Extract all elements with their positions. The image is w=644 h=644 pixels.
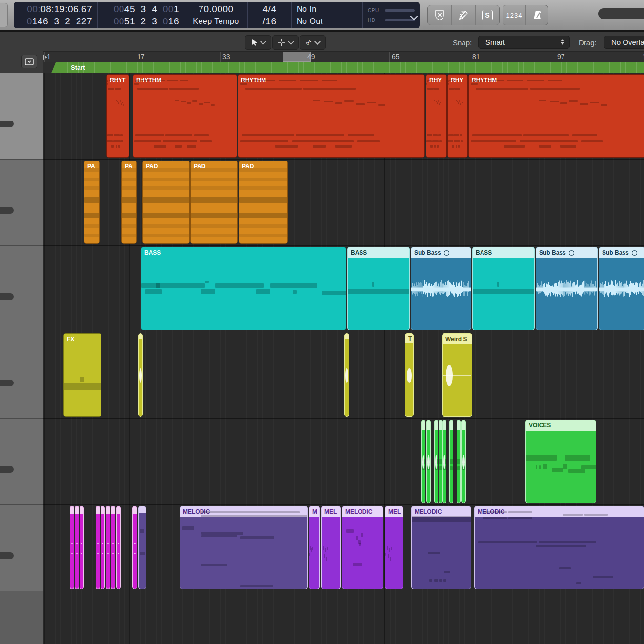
- track-color-pill: [0, 380, 14, 386]
- region-rhyt[interactable]: RHYT: [106, 74, 129, 158]
- arrangement-marker-track: Start: [43, 62, 644, 73]
- marquee-tool-menu[interactable]: [272, 35, 299, 50]
- region-sub-bass[interactable]: Sub Bass: [599, 247, 644, 330]
- drag-select[interactable]: No Overlap: [604, 36, 644, 49]
- region-weird-s[interactable]: Weird S: [442, 333, 472, 417]
- tuner-button[interactable]: [452, 5, 476, 25]
- meter-bar: [385, 19, 415, 21]
- region-sub-bass[interactable]: Sub Bass: [411, 247, 471, 330]
- region-melodic[interactable]: MELODIC: [342, 506, 383, 589]
- region-clip[interactable]: [421, 420, 425, 503]
- track-header-4[interactable]: [0, 332, 43, 419]
- waveform-blob: [407, 368, 412, 383]
- lcd-io[interactable]: No InNo Out: [292, 2, 363, 28]
- count-in-button[interactable]: 1234: [503, 5, 526, 25]
- track-header-2[interactable]: [0, 160, 43, 246]
- track-header-config-button[interactable]: [21, 55, 37, 68]
- snap-value: Smart: [485, 38, 505, 46]
- tracks-area[interactable]: RHYTRHYTHMRHYTHMRHYRHYRHYTHMPAPAPADPADPA…: [43, 73, 644, 644]
- drag-value: No Overlap: [611, 38, 644, 46]
- region-rhythm[interactable]: RHYTHM: [133, 74, 237, 158]
- lcd-tempo[interactable]: 70.0000Keep Tempo: [184, 2, 248, 28]
- region-clip[interactable]: [75, 506, 79, 589]
- region-clip[interactable]: [426, 420, 431, 503]
- region-melodic[interactable]: MELODIC: [411, 506, 471, 589]
- track-header-3[interactable]: [0, 246, 43, 332]
- snap-select[interactable]: Smart: [478, 36, 570, 49]
- updown-arrows-icon: [561, 39, 564, 45]
- lcd-position[interactable]: 00:08:19:06.670146 3 2 227: [14, 2, 98, 28]
- region-bass[interactable]: BASS: [472, 247, 535, 330]
- control-bar: 00:08:19:06.670146 3 2 2270045 3 4 00100…: [0, 0, 644, 30]
- track-color-pill: [0, 552, 14, 559]
- track-header-6[interactable]: [0, 505, 43, 591]
- region-label: VOICES: [529, 422, 551, 429]
- region-mel[interactable]: MEL: [321, 506, 341, 589]
- pointer-tool-menu[interactable]: [245, 35, 271, 50]
- region-clip[interactable]: [439, 420, 443, 503]
- solo-button[interactable]: S: [476, 5, 499, 25]
- region-clip[interactable]: [457, 420, 461, 503]
- waveform: [536, 277, 597, 302]
- region-clip[interactable]: [461, 420, 466, 503]
- arrangement-marker-start[interactable]: Start: [51, 62, 644, 73]
- ruler-tick-label: 1: [47, 53, 51, 60]
- region-sub-bass[interactable]: Sub Bass: [536, 247, 598, 330]
- waveform-blob: [139, 368, 142, 383]
- region-pad[interactable]: PAD: [239, 161, 288, 244]
- track-color-pill: [0, 121, 14, 127]
- region-clip[interactable]: [449, 420, 453, 503]
- region-rhy[interactable]: RHY: [447, 74, 468, 158]
- region-rhythm[interactable]: RHYTHM: [468, 74, 644, 158]
- track-header-5[interactable]: [0, 419, 43, 505]
- region-clip[interactable]: [96, 506, 100, 589]
- waveform-blob: [422, 455, 424, 469]
- region-pad[interactable]: PAD: [190, 161, 238, 244]
- solo-off-button[interactable]: [428, 5, 452, 25]
- lcd-signature[interactable]: 4/4/16: [248, 2, 292, 28]
- region-rhythm[interactable]: RHYTHM: [238, 74, 425, 158]
- region-clip[interactable]: [132, 506, 137, 589]
- region-voices[interactable]: VOICES: [525, 420, 596, 503]
- ruler-tick-label: 97: [557, 53, 565, 60]
- region-fx[interactable]: FX: [63, 333, 101, 417]
- region-pa[interactable]: PA: [121, 161, 137, 244]
- lcd-locators[interactable]: 0045 3 4 0010051 2 3 016: [98, 2, 184, 28]
- region-clip[interactable]: [101, 506, 105, 589]
- region-clip[interactable]: [111, 506, 115, 589]
- region-clip[interactable]: [344, 333, 349, 417]
- region-clip[interactable]: [70, 506, 74, 589]
- region-clip[interactable]: [443, 420, 446, 503]
- bar-ruler[interactable]: 1173349658197113: [43, 52, 644, 62]
- region-bass[interactable]: BASS: [347, 247, 410, 330]
- region-clip[interactable]: [80, 506, 84, 589]
- region-clip[interactable]: [434, 420, 438, 503]
- region-clip[interactable]: [138, 506, 146, 589]
- control-bar-left-button[interactable]: [0, 3, 8, 27]
- region-pad[interactable]: PAD: [142, 161, 190, 244]
- region-clip[interactable]: [116, 506, 121, 589]
- region-mel[interactable]: MEL: [385, 506, 403, 589]
- track-color-pill: [0, 293, 14, 300]
- region-melodic[interactable]: MELODIC: [180, 506, 308, 589]
- region-label: BASS: [144, 249, 161, 256]
- track-header-1[interactable]: [0, 73, 43, 160]
- region-clip[interactable]: [106, 506, 110, 589]
- count-in-label: 1234: [506, 12, 523, 19]
- region-t[interactable]: T: [405, 333, 414, 417]
- scissors-tool-menu[interactable]: ✂: [300, 35, 326, 50]
- marker-label: Start: [71, 64, 85, 71]
- metronome-button[interactable]: [526, 5, 548, 25]
- region-rhy[interactable]: RHY: [426, 74, 447, 158]
- waveform-blob: [435, 455, 437, 469]
- region-clip[interactable]: [138, 333, 143, 417]
- region-m[interactable]: M: [309, 506, 320, 589]
- ruler-tick-label: 17: [137, 53, 145, 60]
- region-label: Sub Bass: [602, 249, 629, 256]
- master-volume-slider[interactable]: [598, 8, 644, 19]
- region-melodic[interactable]: MELODIC: [474, 506, 644, 589]
- cycle-region[interactable]: [283, 52, 311, 62]
- lcd[interactable]: 00:08:19:06.670146 3 2 2270045 3 4 00100…: [14, 2, 420, 28]
- region-bass[interactable]: BASS: [141, 247, 346, 330]
- region-pa[interactable]: PA: [84, 161, 100, 244]
